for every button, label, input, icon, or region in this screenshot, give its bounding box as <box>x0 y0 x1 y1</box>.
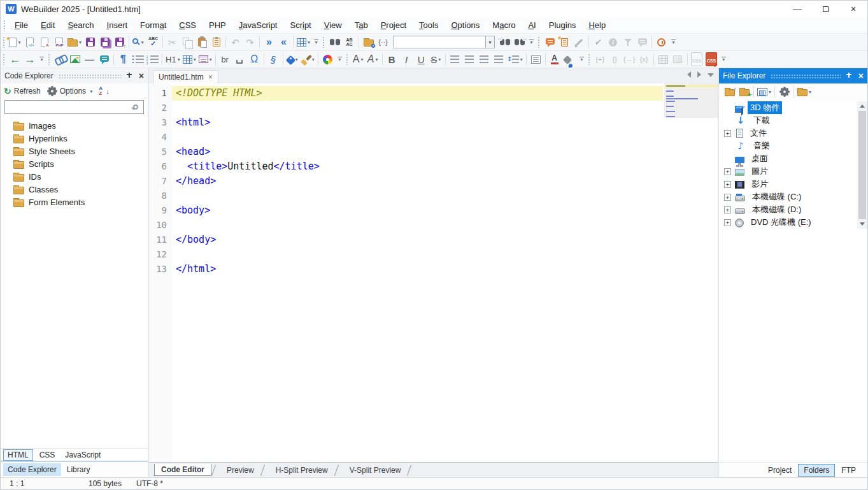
replace-button[interactable]: ABAC <box>342 35 357 50</box>
local-history-button[interactable] <box>654 35 669 50</box>
tree-item-scripts[interactable]: Scripts <box>1 157 148 170</box>
find-in-files-button[interactable] <box>361 35 376 50</box>
toolbar-overflow-button[interactable]: ▾ <box>336 52 344 67</box>
pin-icon[interactable] <box>126 73 132 80</box>
code-line[interactable]: </head> <box>172 174 663 189</box>
tree-item-ids[interactable]: IDs <box>1 170 148 183</box>
new-php-document-button[interactable]: PHP <box>52 35 66 50</box>
align-right-button[interactable] <box>477 52 492 67</box>
indent-button[interactable]: » <box>262 35 276 50</box>
scroll-up-icon[interactable] <box>860 104 865 108</box>
tab-scroll-right-icon[interactable] <box>697 71 701 78</box>
code-line[interactable] <box>172 218 663 233</box>
menu-tools[interactable]: Tools <box>413 17 445 34</box>
tab-scroll-left-icon[interactable] <box>687 71 691 78</box>
panel-drag-dots[interactable] <box>771 74 840 78</box>
menu-script[interactable]: Script <box>283 17 317 34</box>
file-explorer-item[interactable]: 3D 物件 <box>719 101 867 114</box>
ptab-code-explorer[interactable]: Code Explorer <box>3 463 61 476</box>
new-folder-button[interactable]: + <box>737 85 751 99</box>
navigate-back-button[interactable]: ← <box>8 52 22 67</box>
vtab-h-split-preview[interactable]: H-Split Preview <box>269 465 334 476</box>
menu-css[interactable]: CSS <box>173 17 203 34</box>
open-file-button[interactable]: ▾ <box>66 35 83 50</box>
file-explorer-item[interactable]: ↓下載 <box>719 114 867 127</box>
menu-php[interactable]: PHP <box>203 17 232 34</box>
color-picker-button[interactable] <box>320 52 335 67</box>
code-line[interactable]: <html> <box>172 115 663 130</box>
code-line[interactable] <box>172 130 663 145</box>
underline-button[interactable]: U <box>414 52 429 67</box>
expand-icon[interactable]: + <box>724 194 731 201</box>
parent-folder-button[interactable]: ↑ <box>722 85 737 99</box>
code-snippets-button[interactable]: ▾ <box>295 35 311 50</box>
menu-view[interactable]: View <box>318 17 348 34</box>
insert-bullet-list-button[interactable] <box>131 52 145 67</box>
expand-icon[interactable]: + <box>724 130 731 137</box>
menu-file[interactable]: File <box>8 17 34 34</box>
rtab-project[interactable]: Project <box>763 465 797 476</box>
file-explorer-item[interactable]: +本機磁碟 (C:) <box>719 191 867 203</box>
ptab-library[interactable]: Library <box>62 463 95 476</box>
file-explorer-item[interactable]: ♪音樂 <box>719 140 867 152</box>
toolbar-overflow-button[interactable]: ▾ <box>312 35 320 50</box>
align-center-button[interactable] <box>462 52 477 67</box>
sort-button[interactable]: ↓ <box>99 86 110 96</box>
view-mode-button[interactable]: ▾ <box>756 85 772 99</box>
code-line[interactable]: </body> <box>172 233 663 247</box>
menu-edit[interactable]: Edit <box>34 17 61 34</box>
scroll-down-icon[interactable] <box>860 222 865 226</box>
dtab-javascript[interactable]: JavaScript <box>61 450 104 460</box>
menu-ai[interactable]: AI <box>522 17 542 34</box>
toolbar-overflow-button[interactable]: ▾ <box>38 52 46 67</box>
expand-icon[interactable]: + <box>724 206 731 213</box>
insert-paragraph-button[interactable]: ¶ <box>116 52 131 67</box>
window-close-button[interactable]: × <box>839 1 867 17</box>
bold-button[interactable]: B <box>385 52 399 67</box>
insert-comment-button[interactable] <box>97 52 111 67</box>
code-line[interactable] <box>172 189 663 203</box>
new-html-document-button[interactable]: </> <box>22 35 37 50</box>
toolbar-grip[interactable] <box>3 54 6 65</box>
clipboard-viewer-button[interactable] <box>209 35 224 50</box>
toolbar-grip[interactable] <box>588 54 591 65</box>
window-minimize-button[interactable]: — <box>783 1 811 17</box>
menu-help[interactable]: Help <box>582 17 612 34</box>
menu-options[interactable]: Options <box>445 17 486 34</box>
expand-icon[interactable]: + <box>724 219 731 226</box>
strikethrough-button[interactable]: S▾ <box>429 52 443 67</box>
insert-script-block-button[interactable]: § <box>266 52 281 67</box>
save-and-upload-button[interactable]: ↑ <box>112 35 127 50</box>
italic-button[interactable]: I <box>399 52 414 67</box>
menu-macro[interactable]: Macro <box>486 17 522 34</box>
expand-icon[interactable]: + <box>724 181 731 188</box>
insert-br-button[interactable]: br <box>218 52 232 67</box>
find-previous-button[interactable]: ← <box>497 35 512 50</box>
code-line[interactable]: <head> <box>172 145 663 159</box>
highlight-color-button[interactable] <box>562 52 577 67</box>
menu-project[interactable]: Project <box>374 17 413 34</box>
insert-form-button[interactable]: ▾ <box>197 52 213 67</box>
dtab-html[interactable]: HTML <box>3 449 33 461</box>
insert-numbered-list-button[interactable] <box>145 52 160 67</box>
tree-item-images[interactable]: Images <box>1 119 148 132</box>
tree-item-hyperlinks[interactable]: Hyperlinks <box>1 132 148 145</box>
toolbar-grip[interactable] <box>48 54 51 65</box>
vtab-code-editor[interactable]: Code Editor <box>154 464 211 476</box>
navigate-forward-button[interactable]: → <box>22 52 37 67</box>
new-style-document-button[interactable]: A <box>37 35 52 50</box>
edit-tag-button[interactable]: ▾ <box>285 52 300 67</box>
outdent-button[interactable]: « <box>276 35 291 50</box>
ai-assistant-button[interactable] <box>543 35 557 50</box>
menu-tab[interactable]: Tab <box>348 17 374 34</box>
file-explorer-item[interactable]: +本機磁碟 (D:) <box>719 203 867 216</box>
toolbar-grip[interactable] <box>3 36 6 48</box>
toolbar-overflow-button[interactable]: ▾ <box>527 35 536 50</box>
new-document-button[interactable]: *▾ <box>8 35 22 50</box>
quick-search-button[interactable]: ▾ <box>131 35 146 50</box>
insert-heading-button[interactable]: H1▾ <box>164 52 181 67</box>
find-button[interactable] <box>327 35 342 50</box>
save-button[interactable] <box>83 35 97 50</box>
format-painter-button[interactable]: ▾ <box>300 52 316 67</box>
refresh-button[interactable]: ↻ Refresh <box>4 87 41 96</box>
